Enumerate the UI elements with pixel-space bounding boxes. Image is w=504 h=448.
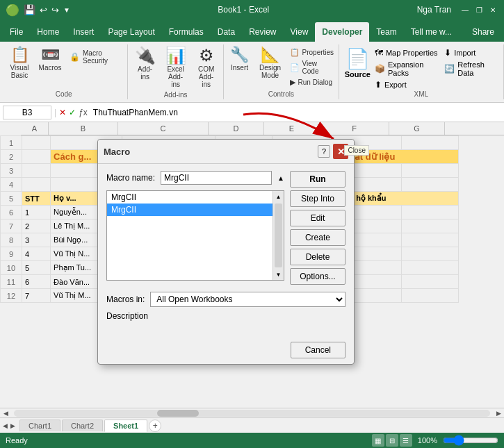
macro-name-input[interactable] bbox=[161, 171, 272, 185]
cancel-button[interactable]: Cancel bbox=[291, 342, 346, 358]
modal-title: Macro bbox=[104, 147, 130, 157]
modal-title-bar: Macro ? ✕ Close bbox=[98, 140, 354, 164]
edit-button[interactable]: Edit bbox=[290, 210, 346, 226]
options-button[interactable]: Options... bbox=[290, 268, 346, 285]
macro-name-row: Macro name: ▲ bbox=[106, 171, 284, 185]
macro-name-label: Macro name: bbox=[106, 173, 155, 183]
macros-in-label: Macros in: bbox=[106, 294, 145, 304]
create-button[interactable]: Create bbox=[290, 229, 346, 246]
macro-dialog: Macro ? ✕ Close Macro name: ▲ bbox=[97, 139, 355, 365]
step-into-button[interactable]: Step Into bbox=[290, 190, 346, 207]
macro-list-item-header[interactable]: MrgCII bbox=[107, 191, 284, 204]
modal-bottom: Macros in: All Open Workbooks This Workb… bbox=[98, 292, 354, 364]
modal-right-buttons: Run Step Into Edit Create Delete Options… bbox=[290, 171, 346, 285]
macro-list-item-selected[interactable]: MrgCII bbox=[107, 204, 284, 216]
modal-title-buttons: ? ✕ Close bbox=[318, 144, 348, 159]
close-tooltip: Close bbox=[344, 145, 369, 156]
macros-in-select[interactable]: All Open Workbooks This Workbook Persona… bbox=[150, 292, 346, 307]
macro-scroll-up-icon[interactable]: ▲ bbox=[277, 174, 284, 182]
cancel-row: Cancel bbox=[106, 342, 346, 358]
delete-button[interactable]: Delete bbox=[290, 249, 346, 265]
macros-in-row: Macros in: All Open Workbooks This Workb… bbox=[106, 292, 346, 307]
modal-body: Macro name: ▲ MrgCII MrgCII ▲ ▼ bbox=[98, 164, 354, 292]
modal-overlay: Macro ? ✕ Close Macro name: ▲ bbox=[0, 0, 504, 448]
run-button[interactable]: Run bbox=[290, 171, 346, 188]
modal-help-button[interactable]: ? bbox=[318, 145, 330, 158]
list-scroll-up-btn[interactable]: ▲ bbox=[273, 191, 284, 202]
list-scroll-down-btn[interactable]: ▼ bbox=[273, 269, 284, 280]
modal-left: Macro name: ▲ MrgCII MrgCII ▲ ▼ bbox=[106, 171, 284, 285]
macro-list[interactable]: MrgCII MrgCII ▲ ▼ bbox=[106, 190, 284, 281]
description-label: Description bbox=[106, 311, 346, 321]
